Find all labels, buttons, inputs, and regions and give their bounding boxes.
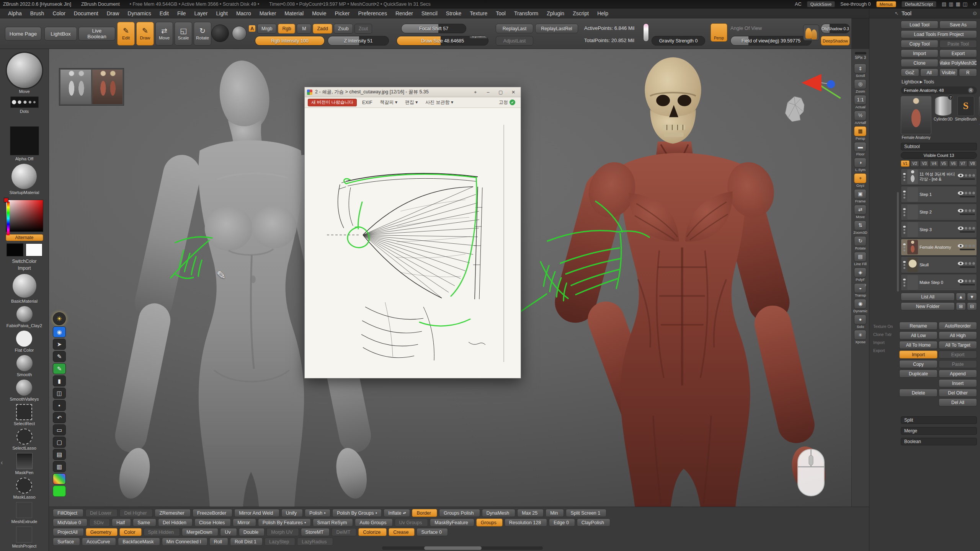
- version-tab[interactable]: V3: [920, 160, 929, 167]
- palette-icon[interactable]: [53, 473, 66, 484]
- visible-count-slider[interactable]: Visible Count 13: [901, 152, 977, 159]
- version-tab[interactable]: V5: [939, 160, 948, 167]
- clipboard-icon[interactable]: ▤: [53, 449, 66, 460]
- tray-button[interactable]: Half: [112, 518, 131, 527]
- visibility-eye-icon[interactable]: [958, 174, 964, 177]
- tray-button[interactable]: MergeDown: [182, 528, 218, 536]
- main-color-swatch[interactable]: [7, 243, 23, 256]
- dynamic-toggle[interactable]: Dynamic: [469, 36, 488, 39]
- tray-button[interactable]: Auto Groups: [355, 518, 392, 527]
- spotlight-reference-thumbnails[interactable]: [59, 68, 124, 106]
- paint-mode-button[interactable]: M: [297, 24, 311, 34]
- tool-panel-button[interactable]: Visible: [939, 68, 958, 77]
- tray-button[interactable]: Surface 0: [416, 528, 448, 536]
- tray-button[interactable]: BackfaceMask: [118, 538, 160, 546]
- tool-panel-button[interactable]: R: [959, 68, 977, 77]
- subtool-op-button[interactable]: All Low: [899, 331, 938, 339]
- switch-color-button[interactable]: SwitchColor: [10, 258, 39, 264]
- perspective-icon[interactable]: Persp: [710, 23, 727, 42]
- mode-button[interactable]: ⇄ Move: [155, 22, 173, 46]
- update-notice-button[interactable]: 새 버전이 나왔습니다: [308, 99, 357, 106]
- tray-button[interactable]: SDiv: [89, 518, 110, 527]
- visibility-eye-icon[interactable]: [958, 227, 964, 230]
- subtool-op-button[interactable]: Rename: [899, 322, 938, 330]
- tool-panel-button[interactable]: Import: [901, 49, 938, 57]
- tray-button[interactable]: Del Higher: [119, 509, 153, 517]
- right-shelf-button[interactable]: ◈ PolyF: [854, 267, 866, 282]
- undo-icon[interactable]: ↶: [53, 412, 66, 423]
- menu-item[interactable]: Preferences: [354, 8, 391, 18]
- tool-panel-button[interactable]: Copy Tool: [901, 40, 938, 48]
- subtool-row[interactable]: Skull: [901, 256, 977, 273]
- left-bar-item[interactable]: FabioPaiva_Clay2: [7, 306, 42, 328]
- right-shelf-button[interactable]: ◑ L.Sym: [854, 158, 866, 172]
- right-shelf-button[interactable]: ◉ Dynamic: [853, 299, 867, 313]
- bulb-icon[interactable]: ☀: [53, 312, 66, 325]
- eraser-icon[interactable]: ◫: [53, 388, 66, 399]
- menu-item[interactable]: Texture: [466, 8, 492, 18]
- subtool-op-button[interactable]: All To Target: [939, 341, 977, 349]
- default-zscript-button[interactable]: DefaultZScript: [902, 1, 936, 7]
- version-tab[interactable]: V7: [959, 160, 967, 167]
- replay-last-rel-button[interactable]: ReplayLastRel: [535, 24, 578, 33]
- reference-thumbnail-gray[interactable]: [60, 70, 91, 104]
- menu-item[interactable]: Brush: [26, 8, 49, 18]
- tool-panel-button[interactable]: GoZ: [901, 68, 919, 77]
- right-shelf-button[interactable]: ⇄ Move: [854, 205, 866, 219]
- subtool-op-button[interactable]: All To Home: [899, 341, 938, 349]
- subtool-op-button[interactable]: Append: [939, 370, 977, 378]
- tray-button[interactable]: MidValue 0: [53, 518, 87, 527]
- menu-item[interactable]: Zplugin: [542, 8, 568, 18]
- dot-size-icon[interactable]: •: [53, 400, 66, 411]
- right-shelf-button[interactable]: ▤ Line Fill: [854, 252, 867, 266]
- version-tab[interactable]: V2: [910, 160, 919, 167]
- subtool-mini-slider[interactable]: [960, 214, 975, 215]
- subtool-op-button[interactable]: Delete: [899, 389, 938, 397]
- tray-button[interactable]: ProjectAll: [53, 528, 84, 536]
- menu-item[interactable]: Picker: [331, 8, 354, 18]
- tray-button[interactable]: Groups Polish: [439, 509, 480, 517]
- subtool-op-button[interactable]: Del All: [939, 398, 977, 406]
- right-shelf-button[interactable]: ▬ Floor: [854, 142, 866, 156]
- exif-button[interactable]: EXIF: [360, 98, 375, 107]
- ui-layout-icon[interactable]: ◫: [963, 1, 967, 7]
- tray-button[interactable]: StoreMT: [301, 528, 330, 536]
- secondary-color-swatch[interactable]: [26, 243, 42, 256]
- subtool-op-button[interactable]: Copy: [899, 360, 938, 368]
- subtool-row[interactable]: Female Anatomy: [901, 239, 977, 256]
- focal-shift-slider[interactable]: Focal Shift 57: [401, 24, 466, 33]
- subtool-op-button[interactable]: All High: [939, 331, 977, 339]
- mode-button[interactable]: ↻ Rotate: [194, 22, 211, 46]
- collapsed-section-header[interactable]: Split: [901, 416, 977, 424]
- right-shelf-button[interactable]: ⇅ Zoom3D: [853, 220, 867, 235]
- left-bar-item[interactable]: Smooth: [16, 355, 33, 377]
- visibility-eye-icon[interactable]: [958, 279, 964, 283]
- tray-button[interactable]: FillObject: [53, 509, 83, 517]
- subtool-mini-slider[interactable]: [960, 249, 975, 250]
- ui-layout-icon[interactable]: ▦: [956, 1, 960, 7]
- lightbox-button[interactable]: LightBox: [44, 27, 77, 41]
- home-page-button[interactable]: Home Page: [5, 27, 41, 41]
- live-boolean-button[interactable]: Live Boolean: [78, 27, 115, 41]
- tray-button[interactable]: Polish By Groups: [332, 509, 382, 517]
- menu-item[interactable]: Stroke: [442, 8, 466, 18]
- current-brush-thumbnail[interactable]: [7, 53, 42, 88]
- replay-last-button[interactable]: ReplayLast: [496, 24, 533, 33]
- collapsed-section-header[interactable]: Boolean: [901, 438, 977, 445]
- alternate-button[interactable]: Alternate: [6, 234, 43, 241]
- tray-button[interactable]: LazyRadius: [297, 538, 333, 546]
- left-bar-item[interactable]: SmoothValleys: [10, 380, 39, 401]
- left-bar-item[interactable]: Flat Color: [15, 331, 34, 352]
- color-swatch[interactable]: [53, 486, 66, 497]
- tray-button[interactable]: AccuCurve: [82, 538, 116, 546]
- tray-button[interactable]: Uv Groups: [395, 518, 428, 527]
- menu-item[interactable]: Light: [212, 8, 232, 18]
- cursor-icon[interactable]: ➤: [53, 339, 66, 350]
- mode-button[interactable]: ◱ Scale: [175, 22, 192, 46]
- subtool-op-button[interactable]: Del Other: [939, 389, 977, 397]
- tray-button[interactable]: ZRemesher: [155, 509, 190, 517]
- tray-button[interactable]: Max 25: [517, 509, 544, 517]
- tray-button[interactable]: Mirror: [233, 518, 256, 527]
- import-texture-button[interactable]: Import: [15, 265, 33, 271]
- reference-thumbnail-red[interactable]: [92, 70, 123, 104]
